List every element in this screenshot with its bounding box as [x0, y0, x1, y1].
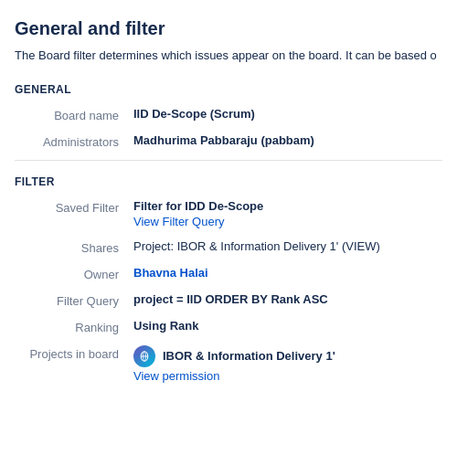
shares-label: Shares [15, 239, 133, 255]
shares-project-prefix: Project: [133, 239, 177, 253]
saved-filter-value: Filter for IDD De-Scope View Filter Quer… [133, 199, 442, 228]
owner-value[interactable]: Bhavna Halai [133, 266, 442, 280]
general-section-label: General [15, 83, 442, 96]
page-description: The Board filter determines which issues… [15, 47, 442, 65]
page-title: General and filter [15, 18, 442, 39]
owner-label: Owner [15, 266, 133, 281]
shares-project-name: IBOR & Information Delivery 1' [177, 239, 339, 253]
filter-section-label: Filter [15, 175, 442, 188]
saved-filter-label: Saved Filter [15, 199, 133, 215]
ranking-label: Ranking [15, 319, 133, 334]
project-row: IBOR & Information Delivery 1' [133, 345, 442, 367]
view-filter-query-link[interactable]: View Filter Query [133, 215, 442, 228]
shares-value: Project: IBOR & Information Delivery 1' … [133, 239, 442, 253]
filter-query-row: Filter Query project = IID ORDER BY Rank… [15, 292, 442, 308]
saved-filter-row: Saved Filter Filter for IDD De-Scope Vie… [15, 199, 442, 228]
section-divider [15, 160, 442, 161]
projects-in-board-value: IBOR & Information Delivery 1' View perm… [133, 345, 442, 383]
owner-link[interactable]: Bhavna Halai [133, 266, 208, 280]
board-name-label: Board name [15, 107, 133, 122]
owner-row: Owner Bhavna Halai [15, 266, 442, 281]
administrators-value: Madhurima Pabbaraju (pabbam) [133, 133, 442, 147]
filter-query-value: project = IID ORDER BY Rank ASC [133, 292, 442, 306]
ranking-value: Using Rank [133, 319, 442, 333]
filter-query-label: Filter Query [15, 292, 133, 308]
board-name-value: IID De-Scope (Scrum) [133, 107, 442, 121]
project-icon [133, 345, 155, 367]
projects-in-board-row: Projects in board IBOR & Informa [15, 345, 442, 383]
view-permission-link[interactable]: View permission [133, 369, 442, 383]
projects-in-board-label: Projects in board [15, 345, 133, 361]
administrators-label: Administrators [15, 133, 133, 149]
administrators-row: Administrators Madhurima Pabbaraju (pabb… [15, 133, 442, 149]
ranking-row: Ranking Using Rank [15, 319, 442, 334]
shares-row: Shares Project: IBOR & Information Deliv… [15, 239, 442, 255]
projects-name: IBOR & Information Delivery 1' [163, 349, 335, 363]
board-name-row: Board name IID De-Scope (Scrum) [15, 107, 442, 122]
shares-view-label: (VIEW) [338, 239, 380, 253]
